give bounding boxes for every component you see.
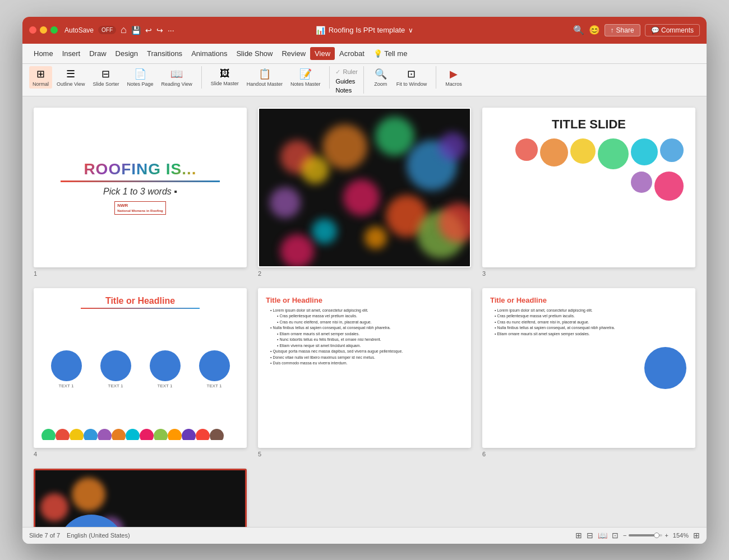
menu-home[interactable]: Home	[29, 47, 58, 60]
slide4-circle-1	[51, 350, 82, 381]
share-button[interactable]: ↑ Share	[605, 24, 640, 36]
ribbon-outline[interactable]: ☰ Outline View	[53, 66, 88, 89]
zoom-thumb[interactable]	[654, 533, 659, 538]
slide3-content: TITLE SLIDE	[483, 109, 694, 266]
autosave-toggle[interactable]: OFF	[98, 26, 116, 34]
redo-icon[interactable]: ↪	[156, 26, 163, 35]
sorter-icon: ⊟	[101, 68, 110, 80]
slide4-title: Title or Headline	[41, 296, 239, 306]
slide-thumb-6[interactable]: Title or Headline Lorem ipsum dolor sit …	[482, 288, 695, 448]
slide-number-5: 5	[258, 451, 471, 457]
ribbon-show: ✓ Ruler Guides Notes	[335, 66, 363, 94]
ribbon-slide-sorter[interactable]: ⊟ Slide Sorter	[89, 66, 122, 89]
slide-container-1: ROOFING IS... Pick 1 to 3 words ▪ NWRNat…	[34, 108, 247, 277]
slide4-item-1: TEXT 1	[51, 350, 82, 388]
slide4-circle-4	[199, 350, 230, 381]
minimize-button[interactable]	[40, 26, 47, 34]
slide1-underline	[61, 181, 220, 182]
slide6-body: Lorem ipsum dolor sit amet, consectetur …	[490, 308, 638, 337]
ribbon-zoom-btn[interactable]: 🔍 Zoom	[370, 66, 392, 89]
slide-master-icon: 🖼	[220, 68, 230, 80]
ribbon-slide-master[interactable]: 🖼 Slide Master	[207, 66, 242, 89]
slides-panel[interactable]: ROOFING IS... Pick 1 to 3 words ▪ NWRNat…	[22, 96, 707, 527]
slide-thumb-1[interactable]: ROOFING IS... Pick 1 to 3 words ▪ NWRNat…	[34, 108, 247, 267]
home-icon[interactable]: ⌂	[121, 24, 127, 36]
outline-icon: ☰	[66, 68, 75, 80]
menu-transitions[interactable]: Transitions	[142, 47, 187, 60]
slide-thumb-2[interactable]	[258, 108, 471, 267]
main-content: ROOFING IS... Pick 1 to 3 words ▪ NWRNat…	[22, 96, 707, 527]
ribbon-notes-page[interactable]: 📄 Notes Page	[123, 66, 156, 89]
menu-animations[interactable]: Animations	[187, 47, 232, 60]
notes-master-icon: 📝	[299, 68, 312, 80]
smiley-icon[interactable]: 😊	[589, 25, 600, 35]
statusbar-right: ⊞ ⊟ 📖 ⊡ − + 154% ⊞	[575, 531, 700, 540]
slide-number-3: 3	[482, 270, 695, 277]
ribbon-notes-master[interactable]: 📝 Notes Master	[287, 66, 324, 89]
menu-tellme[interactable]: 💡 Tell me	[369, 47, 412, 60]
notes-page-icon: 📄	[134, 68, 146, 80]
zoom-slider[interactable]: − +	[623, 532, 668, 539]
zoom-fill	[629, 534, 656, 536]
slide-info: Slide 7 of 7	[29, 532, 60, 539]
comments-button[interactable]: 💬 Comments	[645, 24, 700, 36]
slide-container-6: Title or Headline Lorem ipsum dolor sit …	[482, 288, 695, 457]
slide5-title: Title or Headline	[266, 296, 463, 304]
slide-thumb-4[interactable]: Title or Headline TEXT 1 TEXT 1	[34, 288, 247, 448]
save-icon[interactable]: 💾	[131, 26, 141, 35]
view-icon-normal[interactable]: ⊞	[575, 531, 582, 540]
ribbon-handout-master[interactable]: 📋 Handout Master	[243, 66, 286, 89]
titlebar: AutoSave OFF ⌂ 💾 ↩ ↪ ··· 📊 Roofing Is PP…	[22, 17, 707, 44]
undo-icon[interactable]: ↩	[145, 26, 152, 35]
slide1-title: ROOFING IS...	[84, 160, 196, 178]
zoom-icon: 🔍	[375, 68, 387, 80]
titlebar-center: 📊 Roofing Is PPt template ∨	[316, 26, 414, 35]
view-icon-grid[interactable]: ⊟	[587, 531, 593, 540]
ribbon-macros-btn[interactable]: ▶ Macros	[442, 66, 465, 89]
autosave-label: AutoSave	[64, 26, 94, 34]
slide4-circles: TEXT 1 TEXT 1 TEXT 1	[41, 311, 239, 429]
ruler-option[interactable]: ✓ Ruler	[335, 68, 357, 76]
slide-container-3: TITLE SLIDE	[482, 108, 695, 277]
view-icon-read[interactable]: 📖	[598, 531, 607, 540]
slide-number-2: 2	[258, 270, 471, 277]
notes-option[interactable]: Notes	[335, 87, 357, 94]
titlebar-right: 🔍 😊 ↑ Share 💬 Comments	[573, 24, 700, 36]
close-button[interactable]	[29, 26, 36, 34]
ribbon-zoom: 🔍 Zoom ⊡ Fit to Window	[370, 66, 437, 89]
slide5-content: Title or Headline Lorem ipsum dolor sit …	[259, 289, 470, 447]
slide4-item-4: TEXT 1	[199, 350, 230, 388]
fit-window-icon[interactable]: ⊞	[693, 531, 700, 540]
menu-insert[interactable]: Insert	[58, 47, 85, 60]
more-icon[interactable]: ···	[168, 26, 174, 35]
ribbon-master-views: 🖼 Slide Master 📋 Handout Master 📝 Notes …	[207, 66, 330, 89]
slide6-content: Title or Headline Lorem ipsum dolor sit …	[483, 289, 694, 447]
guides-option[interactable]: Guides	[335, 78, 357, 85]
language-info: English (United States)	[67, 532, 130, 539]
slide-thumb-3[interactable]: TITLE SLIDE	[482, 108, 695, 267]
slide-thumb-7[interactable]: Thank You	[34, 469, 247, 527]
view-icon-present[interactable]: ⊡	[612, 531, 619, 540]
slide4-bottom	[41, 429, 239, 440]
search-icon[interactable]: 🔍	[573, 25, 584, 35]
slide1-content: ROOFING IS... Pick 1 to 3 words ▪ NWRNat…	[35, 109, 246, 266]
slide-number-1: 1	[34, 270, 247, 277]
slide1-subtitle: Pick 1 to 3 words ▪	[103, 187, 177, 197]
zoom-minus[interactable]: −	[623, 532, 626, 539]
menu-design[interactable]: Design	[111, 47, 142, 60]
maximize-button[interactable]	[50, 26, 58, 34]
menu-slideshow[interactable]: Slide Show	[232, 47, 277, 60]
slide4-item-3: TEXT 1	[150, 350, 181, 388]
ribbon-fit-window[interactable]: ⊡ Fit to Window	[393, 66, 431, 89]
ribbon-normal[interactable]: ⊞ Normal	[29, 66, 52, 89]
slide-thumb-5[interactable]: Title or Headline Lorem ipsum dolor sit …	[258, 288, 471, 448]
zoom-plus[interactable]: +	[665, 532, 668, 539]
ribbon-reading-view[interactable]: 📖 Reading View	[158, 66, 195, 89]
menu-view[interactable]: View	[310, 47, 335, 60]
menu-review[interactable]: Review	[277, 47, 310, 60]
slide4-circle-3	[150, 350, 181, 381]
macro-icon: ▶	[450, 68, 458, 80]
menu-draw[interactable]: Draw	[85, 47, 110, 60]
slide1-logo: NWRNational Womens in Roofing	[114, 201, 166, 215]
menu-acrobat[interactable]: Acrobat	[335, 47, 369, 60]
